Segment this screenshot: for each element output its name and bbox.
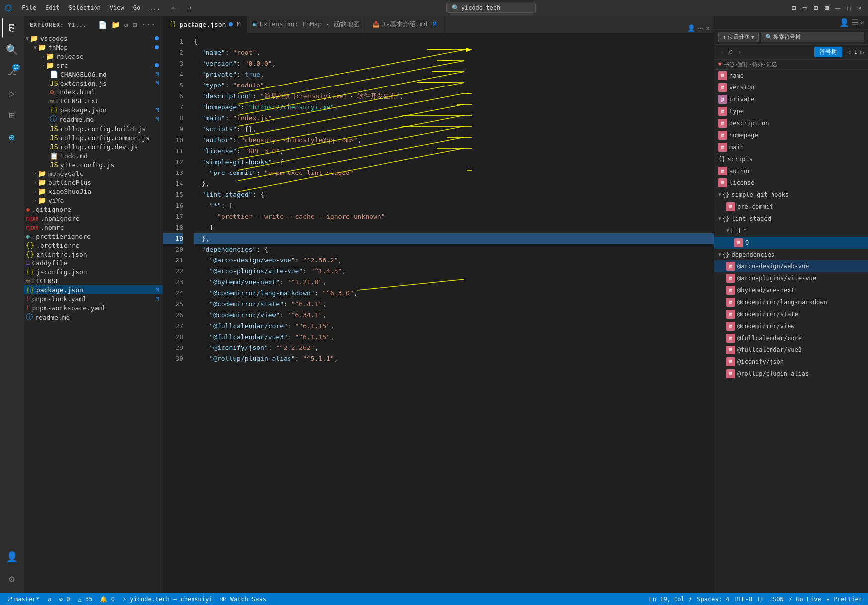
- expand-icon[interactable]: ▼: [718, 250, 721, 259]
- status-errors[interactable]: ⊘ 0: [57, 593, 72, 605]
- more-btn[interactable]: ···: [141, 20, 157, 30]
- menu-more[interactable]: ...: [145, 3, 164, 12]
- sidebar-item-yite[interactable]: JS yite.config.js: [24, 160, 163, 169]
- symbol-fullcalendar-core[interactable]: m @fullcalendar/core: [714, 332, 868, 344]
- sidebar-item-pnpmlock[interactable]: ! pnpm-lock.yaml M: [24, 294, 163, 303]
- status-language[interactable]: JSON: [768, 596, 786, 603]
- status-cursor[interactable]: Ln 19, Col 7: [647, 596, 694, 603]
- status-line-ending[interactable]: LF: [755, 596, 766, 603]
- search-activity[interactable]: 🔍: [2, 40, 22, 60]
- symbol-codemirror-state[interactable]: m @codemirror/state: [714, 308, 868, 320]
- symbol-private[interactable]: p private: [714, 93, 868, 105]
- sidebar-item-rollup-common[interactable]: JS rollup.config.common.js: [24, 133, 163, 142]
- account-activity[interactable]: 👤: [2, 547, 22, 567]
- new-file-btn[interactable]: 📄: [97, 20, 108, 30]
- sidebar-item-todo[interactable]: 📋 todo.md: [24, 151, 163, 160]
- maximize-btn[interactable]: □: [845, 4, 852, 11]
- expand-icon[interactable]: {}: [718, 154, 725, 164]
- menu-view[interactable]: View: [106, 3, 128, 12]
- menu-icon[interactable]: ☰: [851, 18, 858, 27]
- status-spaces[interactable]: Spaces: 4: [695, 596, 731, 603]
- symbol-type[interactable]: m type: [714, 105, 868, 117]
- sidebar-item-zhlintrc[interactable]: {} zhlintrc.json: [24, 250, 163, 259]
- symbol-arco-plugins[interactable]: m @arco-plugins/vite-vue: [714, 272, 868, 284]
- sidebar-item-release[interactable]: › 📁 release: [24, 52, 163, 61]
- symbol-main[interactable]: m main: [714, 141, 868, 153]
- sidebar-item-indexhtml[interactable]: ⊙ index.html: [24, 87, 163, 96]
- symbol-tree-btn[interactable]: 符号树: [814, 47, 842, 57]
- sidebar-item-jsconfigjson[interactable]: {} jsconfig.json: [24, 267, 163, 276]
- expand-icon[interactable]: ▼: [718, 190, 721, 200]
- more-tab-btn[interactable]: ⋯: [698, 23, 703, 33]
- sidebar-item-rollup-dev[interactable]: JS rollup.config.dev.js: [24, 142, 163, 151]
- source-control-activity[interactable]: ⎇ 13: [2, 62, 22, 82]
- status-golive[interactable]: ⚡ Go Live: [787, 596, 823, 603]
- close-panel-btn[interactable]: ✕: [706, 24, 710, 32]
- symbol-fullcalendar-vue3[interactable]: m @fullcalendar/vue3: [714, 344, 868, 356]
- user-icon[interactable]: 👤: [839, 18, 849, 27]
- sidebar-item-changelog[interactable]: 📄 CHANGELOG.md M: [24, 70, 163, 79]
- symbol-dependencies[interactable]: ▼ {} dependencies: [714, 249, 868, 260]
- symbol-pre-commit[interactable]: m pre-commit: [714, 201, 868, 213]
- symbol-0[interactable]: m 0: [714, 237, 868, 249]
- menu-edit[interactable]: Edit: [41, 3, 64, 12]
- status-encoding[interactable]: UTF-8: [732, 596, 754, 603]
- status-branch[interactable]: ⎇ master*: [4, 593, 42, 605]
- title-search[interactable]: 🔍 yicode.tech: [446, 3, 536, 13]
- remote-activity[interactable]: ⊕: [2, 127, 22, 147]
- symbol-name[interactable]: m name: [714, 70, 868, 82]
- nav-next-btn[interactable]: ›: [736, 48, 744, 56]
- sidebar-item-packagejson-root[interactable]: {} package.json M: [24, 285, 163, 294]
- nav-left-btn[interactable]: ◁: [847, 48, 851, 56]
- symbol-scripts[interactable]: {} scripts: [714, 153, 868, 165]
- sidebar-item-rollup-build[interactable]: JS rollup.config.build.js: [24, 124, 163, 133]
- minimize-btn[interactable]: ─: [834, 4, 841, 11]
- symbol-bytemd[interactable]: m @bytemd/vue-next: [714, 284, 868, 296]
- explorer-activity[interactable]: ⎘: [2, 18, 22, 38]
- symbol-license[interactable]: m license: [714, 177, 868, 189]
- sidebar-item-extensionjs[interactable]: JS extension.js M: [24, 79, 163, 87]
- nav-right-btn[interactable]: ▷: [860, 48, 864, 56]
- sidebar-item-prettierrc[interactable]: {} .prettierrc: [24, 241, 163, 250]
- sidebar-item-fnmap[interactable]: ▼ 📁 fnMap: [24, 43, 163, 52]
- sidebar-item-npmignore[interactable]: npm .npmignore: [24, 214, 163, 223]
- sort-button[interactable]: ↕ 位置升序 ▼: [718, 32, 759, 42]
- nav-forward[interactable]: →: [184, 3, 195, 12]
- sidebar-item-packagejson-fnmap[interactable]: {} package.json M: [24, 105, 163, 114]
- sidebar-item-moneycalc[interactable]: › 📁 moneyCalc: [24, 169, 163, 178]
- sidebar-btn[interactable]: ▭: [801, 4, 808, 11]
- symbol-iconify[interactable]: m @iconify/json: [714, 356, 868, 368]
- layout-btn[interactable]: ⊟: [790, 4, 797, 11]
- symbol-version[interactable]: m version: [714, 82, 868, 93]
- symbol-codemirror-lang[interactable]: m @codemirror/lang-markdown: [714, 296, 868, 308]
- sidebar-item-prettierignore[interactable]: ◈ .prettierignore: [24, 232, 163, 241]
- status-info[interactable]: 🔔 0: [98, 593, 116, 605]
- symbol-simple-git-hooks[interactable]: ▼ {} simple-git-hooks: [714, 189, 868, 201]
- sidebar-item-outlineplus[interactable]: › 📁 outlinePlus: [24, 178, 163, 187]
- nav-back[interactable]: ←: [168, 3, 180, 12]
- layout-btn2[interactable]: ⊠: [823, 4, 830, 11]
- sidebar-item-src[interactable]: › 📁 src: [24, 61, 163, 70]
- tab-packagejson[interactable]: {} package.json M: [163, 16, 247, 33]
- expand-icon[interactable]: ▼: [726, 226, 729, 236]
- collapse-btn[interactable]: ⊟: [132, 20, 138, 30]
- panel-btn[interactable]: ⊞: [812, 4, 819, 11]
- menu-go[interactable]: Go: [129, 3, 144, 12]
- tab-intro[interactable]: 📥 1-基本介绍.md M: [366, 16, 443, 33]
- sidebar-item-license[interactable]: ⚖ LICENSE: [24, 276, 163, 285]
- symbol-search[interactable]: 🔍 搜索符号树: [761, 32, 864, 42]
- refresh-btn[interactable]: ↺: [123, 20, 130, 30]
- symbol-arco-design[interactable]: m @arco-design/web-vue: [714, 260, 868, 272]
- symbol-array-star[interactable]: ▼ [ ] *: [714, 225, 868, 237]
- symbol-rollup-alias[interactable]: m @rollup/plugin-alias: [714, 368, 868, 380]
- sidebar-item-xiaoshuojia[interactable]: › 📁 xiaoShuoJia: [24, 187, 163, 196]
- settings-activity[interactable]: ⚙: [2, 569, 22, 589]
- status-site[interactable]: ⚡ yicode.tech → chensuiyi: [121, 593, 215, 605]
- expand-icon[interactable]: ▼: [718, 214, 721, 224]
- status-sync[interactable]: ↺: [46, 593, 53, 605]
- sidebar-item-gitignore[interactable]: ◈ .gitignore: [24, 205, 163, 214]
- sidebar-item-license-txt[interactable]: ⚖ LICENSE.txt: [24, 96, 163, 105]
- sidebar-item-npmrc[interactable]: npm .npmrc: [24, 223, 163, 232]
- extensions-activity[interactable]: ⊞: [2, 105, 22, 125]
- symbol-homepage[interactable]: m homepage: [714, 129, 868, 141]
